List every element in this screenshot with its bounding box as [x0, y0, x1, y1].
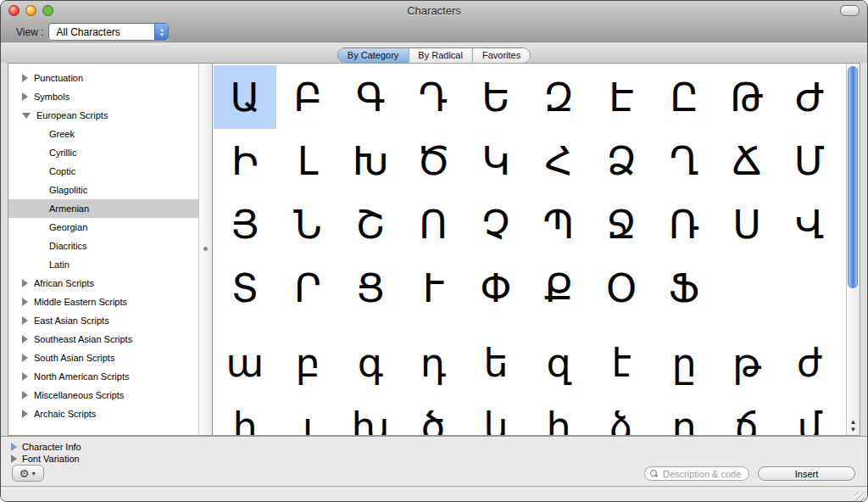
sidebar-item-east-asian-scripts[interactable]: East Asian Scripts	[8, 311, 200, 330]
character-cell[interactable]: Մ	[778, 129, 841, 192]
sidebar-item-cyrillic[interactable]: Cyrillic	[8, 143, 200, 162]
triangle-right-icon[interactable]	[22, 298, 28, 306]
font-variation-disclosure[interactable]: Font Variation	[11, 454, 80, 464]
character-cell[interactable]: Ր	[276, 256, 339, 320]
character-cell[interactable]: Փ	[465, 256, 527, 320]
sidebar-item-symbols[interactable]: Symbols	[8, 87, 200, 106]
character-cell[interactable]: Խ	[339, 129, 402, 192]
character-cell[interactable]: Չ	[465, 192, 527, 256]
disclosure-triangle-icon[interactable]	[11, 443, 17, 451]
sidebar-item-north-american-scripts[interactable]: North American Scripts	[8, 367, 200, 386]
sidebar-item-latin[interactable]: Latin	[8, 255, 200, 274]
character-cell[interactable]: զ	[527, 331, 590, 394]
character-cell[interactable]: մ	[778, 394, 841, 436]
triangle-right-icon[interactable]	[22, 92, 28, 101]
character-cell[interactable]: Է	[590, 65, 653, 129]
character-cell[interactable]: Օ	[590, 256, 653, 320]
character-cell[interactable]: Պ	[527, 192, 590, 256]
character-cell[interactable]: բ	[276, 331, 339, 394]
character-cell[interactable]: Բ	[276, 65, 339, 129]
character-cell[interactable]: Ո	[402, 192, 465, 256]
character-cell[interactable]: Ճ	[715, 129, 778, 192]
toolbar-toggle-button[interactable]	[840, 5, 860, 16]
sidebar-scrollbar[interactable]	[198, 64, 212, 435]
sidebar-item-punctuation[interactable]: Punctuation	[8, 69, 200, 87]
character-cell[interactable]: ղ	[653, 394, 715, 436]
sidebar-item-south-asian-scripts[interactable]: South Asian Scripts	[8, 349, 200, 367]
sidebar-item-coptic[interactable]: Coptic	[8, 162, 200, 181]
tab-by-radical[interactable]: By Radical	[408, 48, 472, 63]
triangle-right-icon[interactable]	[22, 410, 28, 418]
triangle-right-icon[interactable]	[22, 316, 28, 325]
character-cell[interactable]: ը	[653, 331, 715, 394]
triangle-right-icon[interactable]	[22, 354, 28, 362]
sidebar-item-diacritics[interactable]: Diacritics	[8, 237, 200, 255]
character-cell[interactable]: Ծ	[402, 129, 465, 192]
resize-grip[interactable]	[854, 492, 865, 502]
character-cell[interactable]: Ժ	[778, 65, 841, 129]
character-cell[interactable]: ժ	[778, 331, 841, 394]
sidebar-item-african-scripts[interactable]: African Scripts	[8, 274, 200, 293]
character-cell[interactable]: ի	[214, 394, 276, 436]
triangle-right-icon[interactable]	[22, 74, 28, 82]
character-cell[interactable]: Հ	[527, 129, 590, 192]
character-cell[interactable]: լ	[276, 394, 339, 436]
character-cell[interactable]: է	[590, 331, 653, 394]
triangle-right-icon[interactable]	[22, 279, 28, 287]
character-cell[interactable]: Ի	[214, 129, 276, 192]
character-cell[interactable]: Ւ	[402, 256, 465, 320]
sidebar-item-glagolitic[interactable]: Glagolitic	[8, 181, 200, 199]
character-cell[interactable]: Ֆ	[653, 256, 715, 320]
character-cell[interactable]: Ք	[527, 256, 590, 320]
sidebar-item-armenian[interactable]: Armenian	[8, 199, 200, 218]
character-cell[interactable]: Ձ	[590, 129, 653, 192]
character-cell[interactable]: Կ	[465, 129, 527, 192]
triangle-right-icon[interactable]	[22, 372, 28, 381]
character-cell[interactable]: Գ	[339, 65, 402, 129]
splitter-handle-icon[interactable]	[203, 247, 208, 251]
sidebar-item-greek[interactable]: Greek	[8, 125, 200, 143]
grid-scrollbar[interactable]: ▲ ▼	[846, 64, 860, 435]
character-cell[interactable]: ծ	[402, 394, 465, 436]
character-cell[interactable]: թ	[715, 331, 778, 394]
sidebar-item-southeast-asian-scripts[interactable]: Southeast Asian Scripts	[8, 330, 200, 349]
triangle-right-icon[interactable]	[22, 391, 28, 399]
character-cell[interactable]: Թ	[715, 65, 778, 129]
character-cell[interactable]: ե	[465, 331, 527, 394]
character-cell[interactable]: Տ	[214, 256, 276, 320]
character-cell[interactable]: Ը	[653, 65, 715, 129]
character-cell[interactable]: Ա	[214, 65, 276, 129]
sidebar-item-middle-eastern-scripts[interactable]: Middle Eastern Scripts	[8, 293, 200, 311]
character-cell[interactable]: ա	[214, 331, 276, 394]
character-cell[interactable]: Վ	[778, 192, 841, 256]
sidebar-item-european-scripts[interactable]: European Scripts	[8, 106, 200, 125]
character-cell[interactable]: ձ	[590, 394, 653, 436]
character-cell[interactable]: Լ	[276, 129, 339, 192]
sidebar-item-miscellaneous-scripts[interactable]: Miscellaneous Scripts	[8, 386, 200, 404]
tab-by-category[interactable]: By Category	[338, 48, 409, 63]
character-cell[interactable]: Դ	[402, 65, 465, 129]
character-cell[interactable]: ճ	[715, 394, 778, 436]
character-cell[interactable]: Ն	[276, 192, 339, 256]
character-cell[interactable]: Զ	[527, 65, 590, 129]
scroll-down-icon[interactable]: ▼	[847, 426, 860, 433]
character-cell[interactable]: հ	[527, 394, 590, 436]
character-cell[interactable]: Յ	[214, 192, 276, 256]
search-field[interactable]	[644, 466, 749, 481]
character-cell[interactable]: գ	[339, 331, 402, 394]
character-cell[interactable]: կ	[465, 394, 527, 436]
character-cell[interactable]: Ռ	[653, 192, 715, 256]
character-cell[interactable]: Շ	[339, 192, 402, 256]
action-menu-button[interactable]: ⚙ ▼	[12, 465, 44, 482]
character-cell[interactable]: խ	[339, 394, 402, 436]
disclosure-triangle-icon[interactable]	[11, 455, 17, 463]
character-cell[interactable]: Ջ	[590, 192, 653, 256]
view-popup[interactable]: All Characters ▲▼	[48, 23, 169, 41]
character-info-disclosure[interactable]: Character Info	[11, 442, 81, 452]
scroll-up-icon[interactable]: ▲	[847, 418, 860, 426]
tab-favorites[interactable]: Favorites	[472, 48, 530, 63]
triangle-down-icon[interactable]	[22, 113, 31, 119]
character-cell[interactable]: Ե	[465, 65, 527, 129]
sidebar-item-georgian[interactable]: Georgian	[8, 218, 200, 237]
grid-scrollbar-thumb[interactable]	[848, 66, 858, 288]
